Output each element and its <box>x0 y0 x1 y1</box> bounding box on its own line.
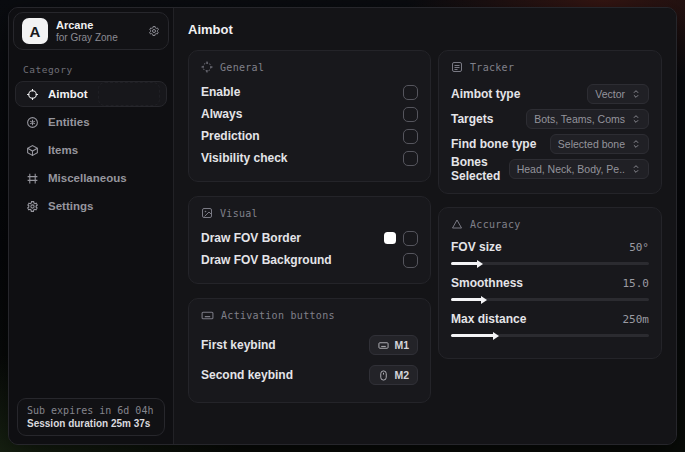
settings-gear-icon[interactable] <box>148 25 160 37</box>
app-window: A Arcane for Gray Zone Category <box>8 7 677 445</box>
tracker-card: Tracker Aimbot type Vector <box>438 50 662 194</box>
aimbot-type-dropdown[interactable]: Vector <box>587 84 649 104</box>
mouse-icon <box>378 370 389 381</box>
grid-icon <box>25 172 39 185</box>
draw-fov-border-checkbox[interactable] <box>403 231 418 246</box>
setting-row: Targets Bots, Teams, Coms <box>451 106 649 131</box>
setting-label: Second keybind <box>201 368 293 382</box>
triangle-icon <box>451 218 463 230</box>
setting-label: Find bone type <box>451 137 536 151</box>
subscription-info-box: Sub expires in 6d 04h Session duration 2… <box>17 398 165 436</box>
section-header: Tracker <box>470 62 514 73</box>
main-content: Aimbot General Enable <box>174 8 676 444</box>
targets-dropdown[interactable]: Bots, Teams, Coms <box>526 109 649 129</box>
section-header: General <box>220 62 264 73</box>
accuracy-card: Accuracy FOV size 50° Smoothness <box>438 207 662 359</box>
unfold-icon <box>631 139 641 149</box>
slider-fill <box>451 334 495 337</box>
fov-border-color-swatch[interactable] <box>384 232 396 244</box>
setting-label: Max distance <box>451 312 526 326</box>
setting-row: Enable <box>201 81 418 103</box>
sidebar-nav: Aimbot Entities Items <box>9 81 173 219</box>
setting-row: Second keybind M2 <box>201 360 418 390</box>
unfold-icon <box>631 164 641 174</box>
setting-label: First keybind <box>201 338 276 352</box>
fov-size-slider[interactable] <box>451 262 649 265</box>
activation-card: Activation buttons First keybind M1 <box>188 298 431 403</box>
keybind-value: M2 <box>394 369 409 381</box>
max-distance-slider[interactable] <box>451 334 649 337</box>
always-checkbox[interactable] <box>403 107 418 122</box>
brand-name: Arcane <box>56 19 140 32</box>
section-header: Activation buttons <box>221 310 335 321</box>
sidebar-item-label: Entities <box>48 116 90 128</box>
sidebar-item-items[interactable]: Items <box>15 137 167 163</box>
draw-fov-background-checkbox[interactable] <box>403 253 418 268</box>
category-label: Category <box>9 54 173 81</box>
setting-label: Always <box>201 107 242 121</box>
setting-label: Aimbot type <box>451 87 520 101</box>
section-header: Accuracy <box>470 219 521 230</box>
sidebar-item-settings[interactable]: Settings <box>15 193 167 219</box>
sidebar-item-label: Aimbot <box>48 88 88 100</box>
brand-box: A Arcane for Gray Zone <box>13 12 169 50</box>
sidebar: A Arcane for Gray Zone Category <box>9 8 174 444</box>
dropdown-value: Vector <box>595 88 625 100</box>
sidebar-item-miscellaneous[interactable]: Miscellaneous <box>15 165 167 191</box>
setting-row: Draw FOV Border <box>201 227 418 249</box>
sidebar-item-label: Items <box>48 144 78 156</box>
page-title: Aimbot <box>188 22 662 37</box>
box-icon <box>25 144 39 157</box>
setting-row: Always <box>201 103 418 125</box>
setting-label: Prediction <box>201 129 260 143</box>
setting-label: Bones Selected <box>451 155 509 183</box>
scan-icon <box>451 61 463 73</box>
setting-row: Prediction <box>201 125 418 147</box>
slider-fill <box>451 298 483 301</box>
slider-group: FOV size 50° <box>451 238 649 265</box>
brand-subtitle: for Gray Zone <box>56 32 140 44</box>
unfold-icon <box>631 114 641 124</box>
setting-label: Draw FOV Border <box>201 231 301 245</box>
setting-label: Visibility check <box>201 151 288 165</box>
visibility-check-checkbox[interactable] <box>403 151 418 166</box>
gear-icon <box>25 200 39 213</box>
slider-group: Max distance 250m <box>451 310 649 337</box>
prediction-checkbox[interactable] <box>403 129 418 144</box>
sub-expires-text: Sub expires in 6d 04h <box>27 405 155 416</box>
keybind-value: M1 <box>394 339 409 351</box>
fov-size-value: 50° <box>629 241 649 254</box>
sidebar-item-label: Settings <box>48 200 93 212</box>
entities-icon <box>25 116 39 129</box>
enable-checkbox[interactable] <box>403 85 418 100</box>
setting-row: Bones Selected Head, Neck, Body, Pe.. <box>451 156 649 181</box>
session-duration-text: Session duration 25m 37s <box>27 418 155 429</box>
visual-card: Visual Draw FOV Border Draw FOV Backgrou… <box>188 196 431 284</box>
find-bone-type-dropdown[interactable]: Selected bone <box>550 134 649 154</box>
second-keybind-button[interactable]: M2 <box>369 365 418 385</box>
max-distance-value: 250m <box>623 313 650 326</box>
sidebar-item-aimbot[interactable]: Aimbot <box>15 81 167 107</box>
image-icon <box>201 207 213 219</box>
dropdown-value: Head, Neck, Body, Pe.. <box>517 163 625 175</box>
setting-row: Aimbot type Vector <box>451 81 649 106</box>
keyboard-icon <box>201 309 214 322</box>
sidebar-item-entities[interactable]: Entities <box>15 109 167 135</box>
setting-row: Visibility check <box>201 147 418 169</box>
bones-selected-dropdown[interactable]: Head, Neck, Body, Pe.. <box>509 159 649 179</box>
setting-row: First keybind M1 <box>201 330 418 360</box>
setting-label: Enable <box>201 85 240 99</box>
sidebar-item-label: Miscellaneous <box>48 172 127 184</box>
first-keybind-button[interactable]: M1 <box>369 335 418 355</box>
crosshair-dotted-icon <box>201 61 213 73</box>
dropdown-value: Selected bone <box>558 138 625 150</box>
slider-fill <box>451 262 479 265</box>
smoothness-value: 15.0 <box>623 277 650 290</box>
setting-label: Targets <box>451 112 493 126</box>
watermark-box <box>98 82 160 106</box>
general-card: General Enable Always Prediction <box>188 50 431 182</box>
setting-row: Draw FOV Background <box>201 249 418 271</box>
dropdown-value: Bots, Teams, Coms <box>534 113 625 125</box>
smoothness-slider[interactable] <box>451 298 649 301</box>
slider-group: Smoothness 15.0 <box>451 274 649 301</box>
